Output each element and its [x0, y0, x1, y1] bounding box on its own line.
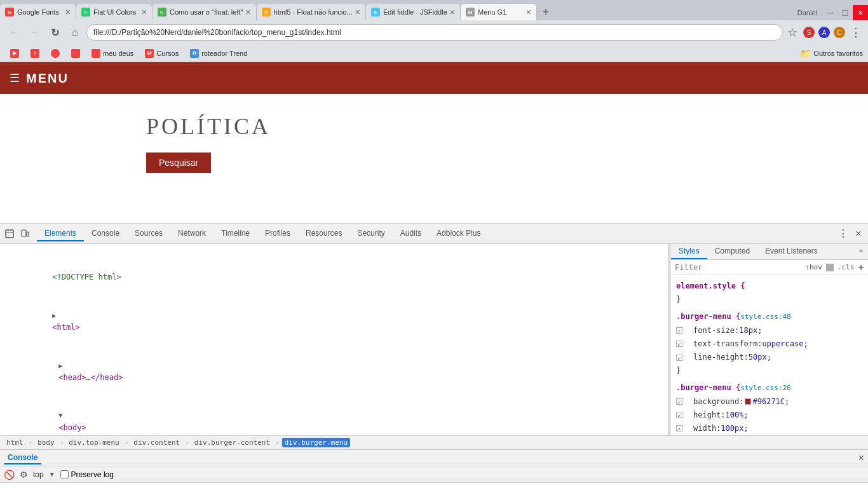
search-button[interactable]: Pesquisar [146, 152, 211, 173]
tab-google-fonts[interactable]: G Google Fonts × [0, 4, 76, 20]
styles-filter-input[interactable] [675, 263, 801, 272]
devtools-tab-timeline[interactable]: Timeline [214, 226, 257, 241]
css-source-bm2[interactable]: style.css:26 [740, 383, 790, 394]
breadcrumb-div-burger-content[interactable]: div.burger-content [192, 438, 273, 447]
css-selector-line-element: element.style { [676, 280, 863, 293]
bookmark-item-2[interactable]: Y [25, 48, 44, 59]
console-top-selector[interactable]: top [33, 470, 44, 479]
breadcrumb-div-top-menu[interactable]: div.top-menu [66, 438, 121, 447]
css-selector-element[interactable]: element.style { [676, 280, 745, 292]
back-button[interactable]: ← [5, 24, 23, 41]
tab-flat-ui-colors[interactable]: F Flat UI Colors × [76, 4, 153, 20]
css-checkbox-height[interactable] [676, 412, 682, 418]
tab-html5-float[interactable]: h html5 - Float não funcio... × [257, 4, 366, 20]
css-checkbox-text-transform[interactable] [676, 341, 682, 347]
html-line-body-open[interactable]: ▼ <body> [0, 396, 668, 435]
home-button[interactable]: ⌂ [66, 24, 84, 41]
breadcrumb-body[interactable]: body [35, 438, 57, 447]
styles-color-swatch[interactable] [826, 264, 834, 271]
bookmark-star-icon[interactable]: ☆ [785, 25, 799, 39]
extension-icon-1[interactable]: S [803, 27, 815, 38]
console-preserve-log-label[interactable]: Preserve log [60, 470, 114, 479]
tab-close-jsfiddle[interactable]: × [450, 7, 455, 17]
tab-close-html5[interactable]: × [355, 7, 360, 17]
devtools-tab-profiles[interactable]: Profiles [257, 226, 298, 241]
devtools-inspect-icon[interactable] [4, 228, 15, 240]
tab-como-usar[interactable]: C Como usar o "float: left" × [153, 4, 257, 20]
tab-close-como-usar[interactable]: × [245, 7, 250, 17]
close-window-button[interactable]: × [853, 5, 868, 20]
maximize-button[interactable]: □ [837, 5, 853, 20]
console-prompt-line: > [5, 485, 863, 488]
tab-close-menu-g1[interactable]: × [526, 7, 531, 17]
console-close-button[interactable]: × [858, 452, 864, 464]
styles-cls-button[interactable]: .cls [837, 263, 855, 271]
css-checkbox-background[interactable] [676, 398, 682, 405]
styles-tabs: Styles Computed Event Listeners » [671, 244, 868, 260]
css-selector-bm1[interactable]: .burger-menu { [676, 311, 740, 323]
styles-more-button[interactable]: » [853, 244, 868, 259]
console-clear-icon[interactable]: 🚫 [4, 470, 15, 480]
breadcrumb-div-content[interactable]: div.content [131, 438, 182, 447]
devtools-tab-audits[interactable]: Audits [393, 226, 429, 241]
devtools-close-icon[interactable]: × [853, 228, 864, 240]
extension-icon-2[interactable]: A [818, 27, 830, 38]
bookmark-favicon-1: ▶ [10, 49, 19, 58]
reload-button[interactable]: ↻ [46, 24, 64, 41]
devtools-device-icon[interactable] [19, 228, 31, 240]
devtools-tab-sources[interactable]: Sources [127, 226, 170, 241]
console-filter-icon[interactable]: ⚙ [20, 470, 28, 480]
devtools-tab-adblock[interactable]: Adblock Plus [429, 226, 488, 241]
css-checkbox-font-size[interactable] [676, 327, 682, 334]
extension-icon-3[interactable]: C [834, 27, 845, 38]
devtools-tab-console[interactable]: Console [84, 226, 127, 241]
bookmark-item-3[interactable] [46, 48, 65, 59]
new-tab-button[interactable]: + [537, 4, 555, 20]
css-checkbox-width[interactable] [676, 425, 682, 431]
css-source-bm1[interactable]: style.css:48 [740, 311, 790, 323]
tab-close-flat-ui[interactable]: × [142, 7, 147, 17]
html-line-head[interactable]: ▶ <head>…</head> [0, 347, 668, 397]
user-profile-label[interactable]: Daniel [797, 9, 817, 17]
css-colon-3: : [743, 351, 748, 363]
devtools-tab-security[interactable]: Security [349, 226, 392, 241]
url-input[interactable] [86, 24, 783, 41]
console-dropdown-arrow[interactable]: ▼ [49, 471, 55, 478]
devtools-tab-resources[interactable]: Resources [298, 226, 349, 241]
breadcrumb-html[interactable]: html [4, 438, 26, 447]
devtools-tab-network[interactable]: Network [170, 226, 214, 241]
css-background-swatch[interactable] [745, 398, 751, 405]
styles-add-rule-button[interactable]: + [858, 261, 864, 273]
bookmarks-right[interactable]: 📁 Outros favoritos [800, 48, 863, 58]
console-caret-icon: > [5, 485, 10, 488]
styles-tab-styles[interactable]: Styles [671, 244, 707, 259]
hamburger-icon[interactable]: ☰ [10, 71, 20, 85]
minimize-button[interactable]: ─ [822, 5, 837, 20]
bookmark-meu-deus[interactable]: meu deus [86, 48, 139, 59]
devtools-settings-icon[interactable]: ⋮ [837, 228, 849, 240]
html-open-tag: <html> [52, 323, 79, 332]
breadcrumb-div-burger-menu[interactable]: div.burger-menu [282, 438, 350, 447]
bookmark-item-1[interactable]: ▶ [5, 48, 24, 59]
tab-edit-fiddle[interactable]: E Edit fiddle - JSFiddle × [366, 4, 461, 20]
css-prop-text-transform: text-transform : uppercase ; [676, 337, 863, 351]
styles-tab-event-listeners[interactable]: Event Listeners [757, 244, 825, 259]
forward-button[interactable]: → [25, 24, 43, 41]
html-line-html[interactable]: ▶ <html> [0, 297, 668, 347]
devtools-tab-elements[interactable]: Elements [37, 226, 84, 241]
css-selector-bm2[interactable]: .burger-menu { [676, 382, 740, 394]
tab-menu-g1[interactable]: M Menu G1 × [461, 4, 537, 20]
page-content: ☰ MENU POLÍTICA Pesquisar [0, 62, 868, 223]
console-tab-label[interactable]: Console [4, 452, 41, 464]
menu-button[interactable]: ⋮ [849, 25, 863, 39]
html-line-doctype[interactable]: <!DOCTYPE html> [0, 247, 668, 297]
css-checkbox-line-height[interactable] [676, 355, 682, 361]
console-preserve-log-checkbox[interactable] [60, 470, 69, 478]
css-brace-close-bm1: } [676, 364, 863, 377]
tab-close-google-fonts[interactable]: × [65, 7, 71, 17]
bookmark-item-4[interactable] [66, 48, 85, 59]
styles-hov-button[interactable]: :hov [805, 263, 822, 271]
bookmark-roteador[interactable]: R roteador Trend [185, 48, 252, 59]
bookmark-cursos[interactable]: M Cursos [140, 48, 184, 59]
styles-tab-computed[interactable]: Computed [707, 244, 757, 259]
